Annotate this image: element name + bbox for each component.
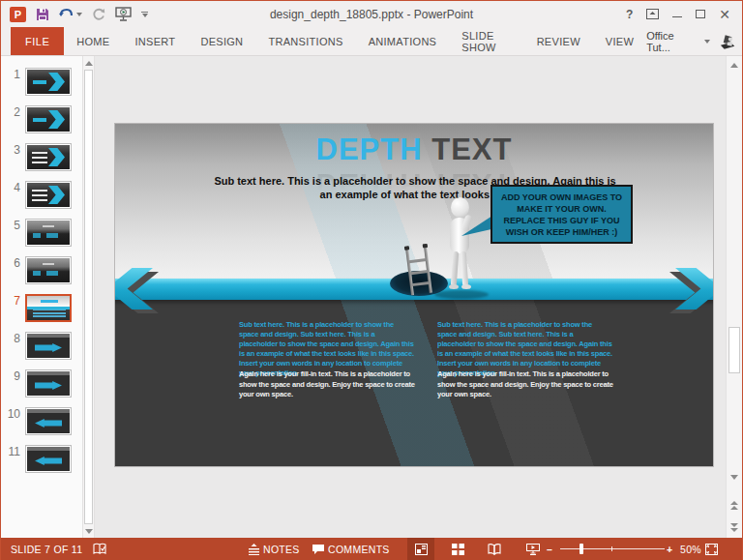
slide-number: 11	[1, 445, 20, 458]
thumbnail-image[interactable]	[25, 407, 72, 435]
tab-file[interactable]: FILE	[11, 27, 64, 55]
slide-thumbnail-6[interactable]: 6	[1, 256, 82, 286]
thumbnail-image[interactable]	[25, 332, 72, 360]
left-chevron-arrow[interactable]	[115, 268, 153, 309]
next-slide-button[interactable]	[727, 519, 742, 535]
body-text-column-1[interactable]: Sub text here. This is a placeholder to …	[239, 320, 415, 400]
undo-dropdown-caret[interactable]	[76, 13, 82, 16]
tab-insert[interactable]: INSERT	[122, 27, 188, 55]
help-icon[interactable]: ?	[626, 8, 633, 21]
reading-view-icon[interactable]	[481, 538, 508, 560]
slide-number: 3	[1, 143, 20, 157]
customize-quick-access-icon[interactable]	[141, 12, 148, 17]
tab-view[interactable]: VIEW	[593, 27, 646, 55]
previous-slide-button[interactable]	[727, 497, 742, 513]
notes-button[interactable]: NOTES	[249, 538, 300, 560]
thumbnail-scrollbar-thumb[interactable]	[84, 70, 93, 524]
zoom-out-button[interactable]: –	[547, 538, 552, 560]
ladder-graphic	[401, 246, 439, 296]
ribbon-tab-bar: FILE HOMEINSERTDESIGNTRANSITIONSANIMATIO…	[1, 27, 742, 56]
zoom-slider-thumb[interactable]	[580, 544, 583, 554]
comments-label: COMMENTS	[328, 544, 390, 555]
slide-title[interactable]: DEPTH TEXT	[115, 133, 713, 167]
tab-home[interactable]: HOME	[64, 27, 122, 55]
slide-thumbnail-10[interactable]: 10	[1, 407, 82, 437]
account-caret-icon	[704, 40, 710, 44]
scroll-up-icon[interactable]	[83, 56, 94, 70]
thumbnail-list: 1234567891011	[1, 68, 82, 475]
minimize-icon[interactable]	[672, 11, 682, 17]
callout-bubble[interactable]: ADD YOUR OWN IMAGES TO MAKE IT YOUR OWN.…	[490, 185, 633, 244]
tab-animations[interactable]: ANIMATIONS	[356, 27, 450, 55]
thumbnail-image[interactable]	[25, 369, 72, 398]
slide-canvas[interactable]: DEPTH TEXT DEPTH TEXT Sub text here. Thi…	[114, 123, 714, 467]
redo-icon[interactable]	[92, 8, 105, 21]
ribbon-tabs: HOMEINSERTDESIGNTRANSITIONSANIMATIONSSLI…	[64, 27, 646, 55]
maximize-icon[interactable]	[696, 10, 705, 18]
comments-button[interactable]: COMMENTS	[312, 538, 390, 560]
vertical-scrollbar[interactable]	[726, 56, 742, 538]
thumbnail-graphic-photo-band	[27, 221, 70, 245]
slide-thumbnail-11[interactable]: 11	[1, 445, 82, 475]
slide-thumbnail-7[interactable]: 7	[1, 294, 82, 324]
titlebar: P design_depth_18805.pptx - PowerPoint ?	[1, 1, 742, 27]
thumbnail-graphic-depth-slide	[27, 296, 70, 320]
zoom-slider[interactable]	[560, 548, 665, 549]
zoom-slider-tick	[611, 546, 612, 551]
thumbnail-image[interactable]	[25, 256, 72, 284]
thumbnail-image[interactable]	[25, 105, 72, 133]
slide-title-accent: DEPTH	[316, 133, 432, 166]
tab-design[interactable]: DESIGN	[188, 27, 255, 55]
slide-thumbnail-1[interactable]: 1	[1, 68, 82, 98]
slide-number: 5	[1, 219, 20, 232]
save-icon[interactable]	[36, 8, 49, 21]
spell-check-icon[interactable]	[93, 538, 106, 560]
account-menu[interactable]: Office Tut...	[646, 27, 742, 55]
user-avatar-icon[interactable]	[718, 33, 736, 49]
vertical-scrollbar-thumb[interactable]	[728, 327, 740, 373]
scroll-down-icon[interactable]	[83, 524, 94, 538]
thumbnail-image[interactable]	[25, 143, 72, 171]
slide-thumbnail-9[interactable]: 9	[1, 369, 82, 399]
zoom-in-button[interactable]: +	[667, 538, 672, 560]
slide-thumbnail-5[interactable]: 5	[1, 219, 82, 249]
slide-show-icon[interactable]	[520, 538, 547, 560]
slide-number: 10	[1, 407, 20, 421]
slide-thumbnail-3[interactable]: 3	[1, 143, 82, 173]
undo-icon[interactable]	[59, 8, 82, 20]
slide-number: 1	[1, 68, 20, 81]
tab-review[interactable]: REVIEW	[524, 27, 593, 55]
right-chevron-arrow[interactable]	[675, 268, 713, 309]
slide-thumbnail-2[interactable]: 2	[1, 105, 82, 135]
scroll-up-icon[interactable]	[727, 58, 742, 72]
slide-thumbnail-4[interactable]: 4	[1, 181, 82, 211]
slide-indicator[interactable]: SLIDE 7 OF 11	[11, 538, 82, 560]
close-icon[interactable]: ✕	[719, 7, 730, 22]
window-controls: ? ✕	[626, 7, 742, 22]
thumbnail-image[interactable]	[25, 294, 72, 322]
ribbon-display-options-icon[interactable]	[646, 9, 659, 19]
stick-figure-graphic[interactable]	[438, 197, 481, 294]
slide-thumbnail-8[interactable]: 8	[1, 332, 82, 362]
thumbnail-image[interactable]	[25, 68, 72, 96]
thumbnail-image[interactable]	[25, 219, 72, 247]
slide-number: 4	[1, 181, 20, 194]
main-area: 1234567891011 DEPTH TEXT DEPTH TEXT	[1, 56, 742, 538]
slide-editor: DEPTH TEXT DEPTH TEXT Sub text here. Thi…	[95, 56, 726, 538]
body-text-column-2[interactable]: Sub text here. This is a placeholder to …	[437, 320, 613, 400]
scroll-down-icon[interactable]	[727, 470, 742, 484]
normal-view-icon[interactable]	[407, 538, 434, 560]
slide-number: 8	[1, 332, 20, 345]
tab-slide-show[interactable]: SLIDE SHOW	[449, 27, 523, 55]
slide-title-rest: TEXT	[431, 133, 512, 166]
thumbnail-image[interactable]	[25, 181, 72, 209]
zoom-level[interactable]: 50%	[680, 538, 701, 560]
start-from-beginning-icon[interactable]	[115, 7, 132, 21]
tab-transitions[interactable]: TRANSITIONS	[255, 27, 355, 55]
slide-number: 2	[1, 105, 20, 119]
thumbnail-scrollbar[interactable]	[82, 56, 95, 538]
powerpoint-icon[interactable]: P	[10, 7, 26, 22]
thumbnail-image[interactable]	[25, 445, 72, 473]
slide-sorter-icon[interactable]	[444, 538, 471, 560]
fit-slide-to-window-icon[interactable]	[705, 538, 718, 560]
